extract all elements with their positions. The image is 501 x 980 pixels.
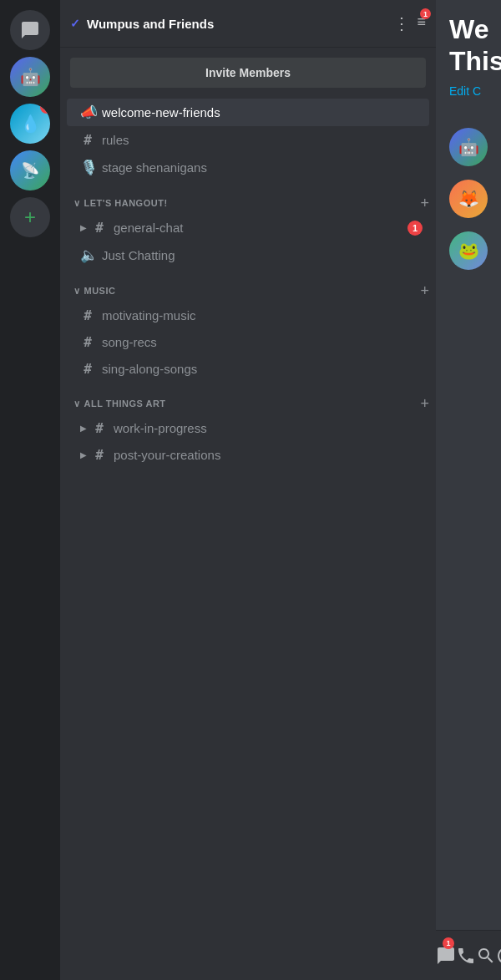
channel-name: stage shenanigans: [102, 160, 423, 175]
invite-members-button[interactable]: Invite Members: [70, 58, 426, 88]
sidebar-item-server1[interactable]: 🤖: [10, 57, 50, 97]
more-options-icon[interactable]: ⋮: [393, 13, 410, 33]
member-avatar-2: 🦊: [449, 180, 488, 218]
hash-icon: #: [92, 220, 107, 236]
chevron-down-icon: ∨: [73, 399, 81, 409]
megaphone-icon: 📣: [80, 104, 95, 121]
channel-name: motivating-music: [102, 308, 423, 322]
verified-checkmark: ✓: [70, 17, 80, 30]
channel-sidebar: ✓ Wumpus and Friends ⋮ ≡ 1 Invite Member…: [60, 0, 436, 980]
hash-icon: #: [92, 447, 107, 463]
unread-badge: 1: [407, 221, 423, 236]
sidebar-item-dm[interactable]: [10, 10, 50, 50]
member-avatars-list: 🤖 🦊 🐸: [436, 111, 501, 270]
chevron-down-icon: ∨: [73, 286, 81, 297]
channel-name: post-your-creations: [114, 448, 423, 462]
channel-name: work-in-progress: [114, 421, 423, 435]
channel-name: song-recs: [102, 335, 423, 349]
server-sidebar: 🤖 💧 1 📡 +: [0, 0, 60, 980]
expand-arrow-icon: ▶: [80, 424, 87, 433]
hash-icon: #: [92, 420, 107, 436]
server-title: ✓ Wumpus and Friends: [70, 17, 214, 31]
category-title: ∨ LET'S HANGOUT!: [73, 198, 168, 209]
bottom-nav: 1: [436, 930, 501, 980]
add-channel-button[interactable]: +: [420, 396, 429, 411]
nav-search[interactable]: [476, 936, 496, 976]
hash-icon: #: [80, 334, 95, 350]
channel-rules[interactable]: # rules: [67, 127, 429, 153]
right-panel-edit-link[interactable]: Edit C: [449, 84, 488, 98]
member-avatar-1: 🤖: [449, 128, 488, 166]
channel-name: sing-along-songs: [102, 362, 423, 376]
hash-icon: #: [80, 307, 95, 323]
channel-work-in-progress[interactable]: ▶ # work-in-progress: [67, 415, 429, 441]
channel-post-your-creations[interactable]: ▶ # post-your-creations: [67, 442, 429, 468]
right-panel: We This Edit C 🤖 🦊 🐸 1: [436, 0, 501, 980]
right-panel-content: We This Edit C: [436, 0, 501, 111]
channel-general-chat[interactable]: ▶ # general-chat 1: [67, 215, 429, 241]
category-music[interactable]: ∨ MUSIC +: [60, 270, 436, 302]
channel-welcome-new-friends[interactable]: 📣 welcome-new-friends: [67, 99, 429, 126]
channel-just-chatting[interactable]: 🔈 Just Chatting: [67, 241, 429, 269]
channel-song-recs[interactable]: # song-recs: [67, 329, 429, 355]
channel-name: general-chat: [114, 221, 407, 235]
sidebar-item-server2[interactable]: 💧 1: [10, 104, 50, 144]
member-avatar-3: 🐸: [449, 231, 488, 270]
right-panel-title: We This: [449, 13, 488, 78]
channel-name: Just Chatting: [102, 248, 423, 262]
nav-mentions[interactable]: [496, 936, 501, 976]
hamburger-icon[interactable]: ≡ 1: [417, 13, 426, 33]
add-channel-button[interactable]: +: [420, 283, 429, 298]
sidebar-item-server3[interactable]: 📡: [10, 150, 50, 190]
channel-name: welcome-new-friends: [102, 105, 423, 119]
expand-arrow-icon: ▶: [80, 223, 87, 232]
channel-list: 📣 welcome-new-friends # rules 🎙️ stage s…: [60, 98, 436, 980]
server-header-actions: ⋮ ≡ 1: [393, 13, 426, 33]
nav-messages-badge: 1: [443, 937, 454, 949]
channel-sing-along-songs[interactable]: # sing-along-songs: [67, 356, 429, 382]
channel-stage-shenanigans[interactable]: 🎙️ stage shenanigans: [67, 154, 429, 181]
chevron-down-icon: ∨: [73, 198, 81, 209]
nav-messages[interactable]: 1: [436, 936, 456, 976]
voice-icon: 🔈: [80, 246, 95, 264]
channel-name: rules: [102, 133, 423, 147]
expand-arrow-icon: ▶: [80, 450, 87, 460]
stage-icon: 🎙️: [80, 159, 95, 176]
category-title: ∨ ALL THINGS ART: [73, 399, 166, 409]
server-header[interactable]: ✓ Wumpus and Friends ⋮ ≡ 1: [60, 0, 436, 48]
hash-icon: #: [80, 361, 95, 377]
nav-voice[interactable]: [456, 936, 476, 976]
add-channel-button[interactable]: +: [420, 195, 429, 211]
category-lets-hangout[interactable]: ∨ LET'S HANGOUT! +: [60, 182, 436, 214]
plus-icon: +: [24, 206, 36, 229]
server-name: Wumpus and Friends: [87, 17, 214, 31]
category-title: ∨ MUSIC: [73, 286, 115, 297]
server2-badge: 1: [40, 104, 50, 114]
add-server-button[interactable]: +: [10, 197, 50, 237]
channel-motivating-music[interactable]: # motivating-music: [67, 302, 429, 328]
hash-icon: #: [80, 132, 95, 148]
category-all-things-art[interactable]: ∨ ALL THINGS ART +: [60, 383, 436, 414]
